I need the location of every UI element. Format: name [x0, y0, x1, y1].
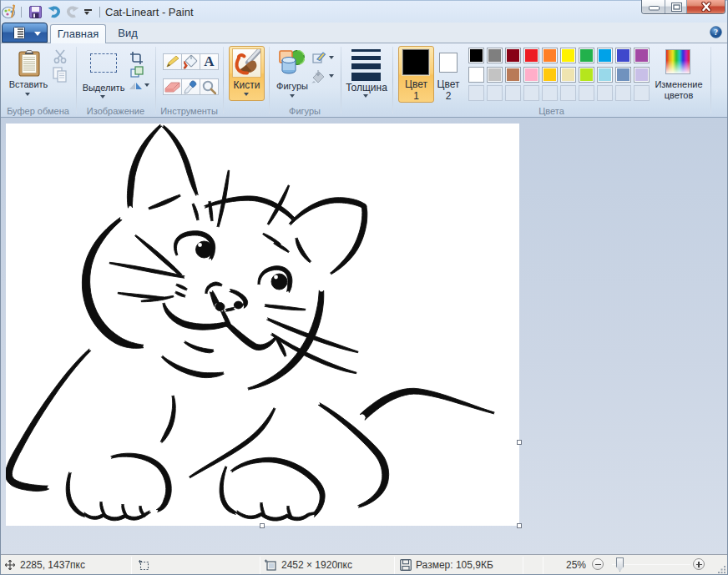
- svg-text:?: ?: [714, 28, 718, 37]
